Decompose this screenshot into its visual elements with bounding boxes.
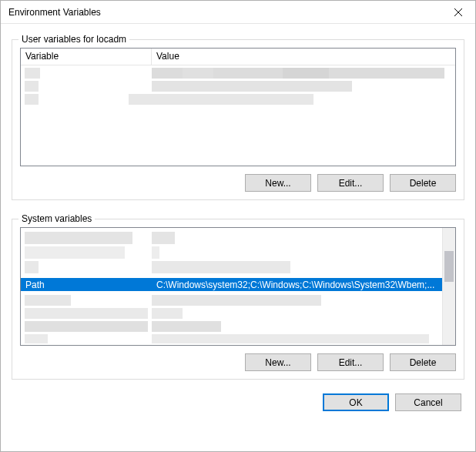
system-vars-list[interactable]: Variable Value Path (20, 227, 456, 346)
env-vars-dialog: Environment Variables User variables for… (0, 0, 476, 452)
cell-value: C:\Windows\system32;C:\Windows;C:\Window… (152, 280, 442, 290)
redacted-rows (21, 65, 455, 166)
user-delete-button[interactable]: Delete (390, 174, 456, 192)
spacer (12, 200, 464, 213)
user-new-button[interactable]: New... (245, 174, 311, 192)
scrollbar-thumb[interactable] (444, 251, 454, 282)
user-vars-label: User variables for locadm (18, 34, 129, 45)
cell-variable: Path (21, 280, 152, 290)
redacted-rows-bottom (21, 293, 442, 345)
system-vars-body: Path C:\Windows\system32;C:\Windows;C:\W… (21, 228, 442, 345)
system-vars-buttons: New... Edit... Delete (20, 353, 456, 371)
user-edit-button[interactable]: Edit... (317, 174, 384, 192)
close-icon (454, 8, 462, 16)
close-button[interactable] (441, 1, 475, 24)
titlebar: Environment Variables (1, 1, 475, 24)
dialog-buttons: OK Cancel (12, 393, 464, 411)
ok-button[interactable]: OK (323, 393, 389, 411)
user-vars-list[interactable]: Variable Value (20, 48, 456, 166)
col-variable[interactable]: Variable (21, 49, 152, 65)
window-title: Environment Variables (8, 7, 441, 18)
col-value[interactable]: Value (152, 49, 455, 65)
system-new-button[interactable]: New... (245, 353, 311, 371)
system-vars-group: System variables Variable Value (12, 219, 464, 380)
user-vars-group: User variables for locadm Variable Value (12, 39, 464, 200)
system-vars-label: System variables (18, 213, 95, 224)
redacted-rows-top (21, 228, 442, 278)
system-vars-scrollbar[interactable] (442, 228, 455, 345)
user-vars-header: Variable Value (21, 49, 455, 65)
system-edit-button[interactable]: Edit... (317, 353, 384, 371)
user-vars-buttons: New... Edit... Delete (20, 174, 456, 192)
dialog-client: User variables for locadm Variable Value (1, 24, 475, 451)
cancel-button[interactable]: Cancel (395, 393, 461, 411)
user-vars-body (21, 65, 455, 166)
system-row-path[interactable]: Path C:\Windows\system32;C:\Windows;C:\W… (21, 278, 442, 291)
system-delete-button[interactable]: Delete (390, 353, 456, 371)
